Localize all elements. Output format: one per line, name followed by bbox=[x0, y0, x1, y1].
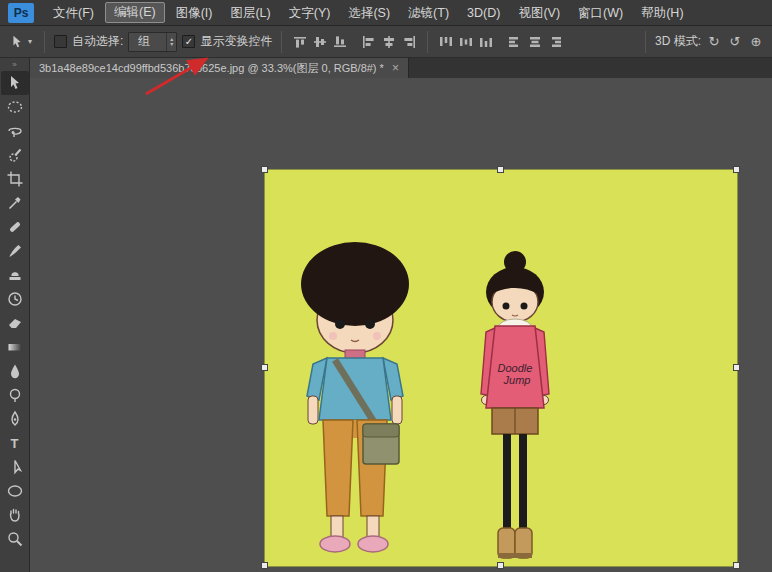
options-bar: ▾ 自动选择: 组 ▴ ▾ ✓ 显示变换控件 bbox=[0, 26, 772, 58]
palette-collapse-icon[interactable]: » bbox=[12, 58, 16, 71]
ellipse-tool[interactable] bbox=[1, 479, 29, 503]
eraser-tool[interactable] bbox=[1, 311, 29, 335]
align-bottom-icon[interactable] bbox=[331, 33, 349, 51]
transform-handle-middle-left[interactable] bbox=[261, 364, 268, 371]
hoodie-text-line2: Jump bbox=[503, 374, 531, 386]
doodle-illustration: Doodle Jump bbox=[265, 170, 737, 566]
distribute-top-icon[interactable] bbox=[437, 33, 455, 51]
divider bbox=[427, 31, 428, 53]
3d-pan-icon[interactable]: ⊕ bbox=[748, 34, 764, 49]
menu-type[interactable]: 文字(Y) bbox=[280, 0, 340, 26]
dodge-tool[interactable] bbox=[1, 383, 29, 407]
show-transform-checkbox[interactable]: ✓ bbox=[182, 35, 195, 48]
divider bbox=[645, 31, 646, 53]
type-tool[interactable]: T bbox=[1, 431, 29, 455]
3d-roll-icon[interactable]: ↺ bbox=[727, 34, 743, 49]
distribute-right-icon[interactable] bbox=[546, 33, 564, 51]
brush-tool[interactable] bbox=[1, 239, 29, 263]
show-transform-label: 显示变换控件 bbox=[200, 33, 272, 50]
auto-select-label: 自动选择: bbox=[72, 33, 123, 50]
distribute-bottom-icon[interactable] bbox=[477, 33, 495, 51]
move-tool-icon bbox=[9, 34, 25, 50]
transform-handle-middle-right[interactable] bbox=[733, 364, 740, 371]
menu-view[interactable]: 视图(V) bbox=[509, 0, 569, 26]
transform-handle-bottom-center[interactable] bbox=[497, 562, 504, 569]
3d-rotate-icon[interactable]: ↻ bbox=[706, 34, 722, 49]
distribute-horizontal-center-icon[interactable] bbox=[526, 33, 544, 51]
align-right-icon[interactable] bbox=[400, 33, 418, 51]
healing-brush-tool[interactable] bbox=[1, 215, 29, 239]
distribute-vertical-center-icon[interactable] bbox=[457, 33, 475, 51]
pen-tool[interactable] bbox=[1, 407, 29, 431]
align-icons-group-1 bbox=[291, 33, 349, 51]
lasso-tool[interactable] bbox=[1, 119, 29, 143]
document-tab-title: 3b1a48e89ce14cd99ffbd536b7cb625e.jpg @ 3… bbox=[39, 61, 384, 76]
distribute-left-icon[interactable] bbox=[506, 33, 524, 51]
menu-file[interactable]: 文件(F) bbox=[44, 0, 103, 26]
divider bbox=[44, 31, 45, 53]
chevron-down-icon: ▾ bbox=[28, 37, 32, 46]
document-image[interactable]: Doodle Jump bbox=[265, 170, 737, 566]
align-left-icon[interactable] bbox=[360, 33, 378, 51]
tools-palette: » T bbox=[0, 58, 30, 572]
transform-handle-top-left[interactable] bbox=[261, 166, 268, 173]
workspace: » T 3b1a48e89ce14cd bbox=[0, 58, 772, 572]
menu-bar: Ps 文件(F) 编辑(E) 图像(I) 图层(L) 文字(Y) 选择(S) 滤… bbox=[0, 0, 772, 26]
menu-filter[interactable]: 滤镜(T) bbox=[399, 0, 458, 26]
photoshop-logo: Ps bbox=[8, 3, 34, 23]
menu-edit[interactable]: 编辑(E) bbox=[105, 2, 165, 23]
align-vertical-center-icon[interactable] bbox=[311, 33, 329, 51]
eyedropper-tool[interactable] bbox=[1, 191, 29, 215]
elliptical-marquee-tool[interactable] bbox=[1, 95, 29, 119]
dropdown-value: 组 bbox=[138, 33, 160, 50]
3d-mode-group: 3D 模式: ↻ ↺ ⊕ bbox=[641, 31, 766, 53]
align-icons-group-2 bbox=[360, 33, 418, 51]
menu-window[interactable]: 窗口(W) bbox=[569, 0, 632, 26]
menu-help[interactable]: 帮助(H) bbox=[632, 0, 692, 26]
transform-handle-top-right[interactable] bbox=[733, 166, 740, 173]
hand-tool[interactable] bbox=[1, 503, 29, 527]
align-horizontal-center-icon[interactable] bbox=[380, 33, 398, 51]
photoshop-window: Ps 文件(F) 编辑(E) 图像(I) 图层(L) 文字(Y) 选择(S) 滤… bbox=[0, 0, 772, 572]
blur-tool[interactable] bbox=[1, 359, 29, 383]
auto-select-target-dropdown[interactable]: 组 ▴ ▾ bbox=[128, 32, 177, 52]
menu-3d[interactable]: 3D(D) bbox=[458, 0, 509, 26]
canvas-background: Doodle Jump bbox=[30, 78, 772, 572]
divider bbox=[281, 31, 282, 53]
gradient-tool[interactable] bbox=[1, 335, 29, 359]
close-icon[interactable]: × bbox=[392, 61, 399, 75]
quick-selection-tool[interactable] bbox=[1, 143, 29, 167]
menu-select[interactable]: 选择(S) bbox=[339, 0, 399, 26]
doodle-girl: Doodle Jump bbox=[481, 251, 549, 558]
distribute-icons-group-2 bbox=[506, 33, 564, 51]
tool-preset-picker[interactable]: ▾ bbox=[6, 32, 35, 52]
document-tab[interactable]: 3b1a48e89ce14cd99ffbd536b7cb625e.jpg @ 3… bbox=[30, 58, 409, 78]
3d-mode-label: 3D 模式: bbox=[655, 33, 701, 50]
distribute-icons-group-1 bbox=[437, 33, 495, 51]
move-tool[interactable] bbox=[1, 71, 29, 95]
doodle-boy bbox=[301, 242, 409, 552]
transform-handle-top-center[interactable] bbox=[497, 166, 504, 173]
dropdown-spinner-icon: ▴ ▾ bbox=[166, 33, 176, 51]
path-selection-tool[interactable] bbox=[1, 455, 29, 479]
document-tab-bar: 3b1a48e89ce14cd99ffbd536b7cb625e.jpg @ 3… bbox=[30, 58, 772, 78]
history-brush-tool[interactable] bbox=[1, 287, 29, 311]
auto-select-checkbox[interactable] bbox=[54, 35, 67, 48]
align-top-icon[interactable] bbox=[291, 33, 309, 51]
menu-layer[interactable]: 图层(L) bbox=[221, 0, 279, 26]
transform-handle-bottom-right[interactable] bbox=[733, 562, 740, 569]
zoom-tool[interactable] bbox=[1, 527, 29, 551]
clone-stamp-tool[interactable] bbox=[1, 263, 29, 287]
menu-image[interactable]: 图像(I) bbox=[167, 0, 222, 26]
document-area: 3b1a48e89ce14cd99ffbd536b7cb625e.jpg @ 3… bbox=[30, 58, 772, 572]
hoodie-text-line1: Doodle bbox=[498, 362, 533, 374]
transform-handle-bottom-left[interactable] bbox=[261, 562, 268, 569]
crop-tool[interactable] bbox=[1, 167, 29, 191]
